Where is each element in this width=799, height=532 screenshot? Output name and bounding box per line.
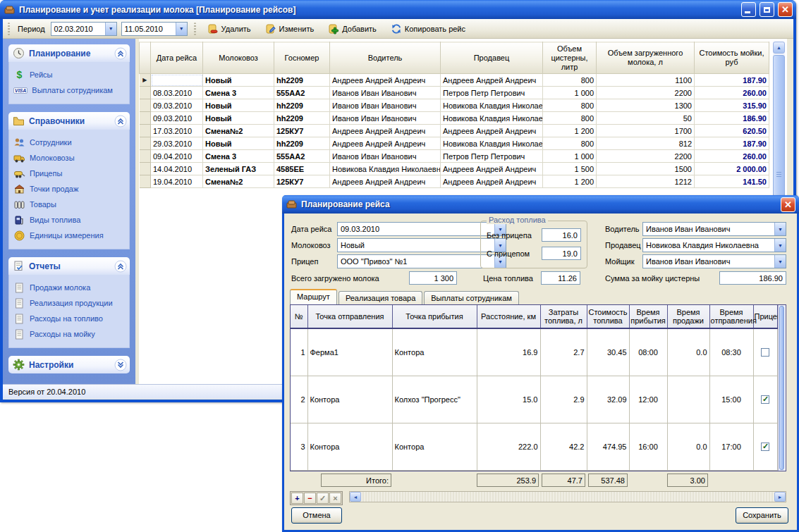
toolbar-grip[interactable] [194, 23, 196, 35]
route-column-header[interactable]: Расстояние, км [477, 305, 540, 328]
dialog-close-button[interactable]: ✕ [781, 197, 795, 212]
route-column-header[interactable]: Точка прибытия [392, 305, 477, 328]
route-row[interactable]: 3 Контора Контора 222.0 42.2 474.95 16:0… [291, 423, 777, 470]
horizontal-scrollbar[interactable]: ◄ ► [349, 491, 786, 502]
table-row[interactable]: 14.04.2010 Зеленый ГАЗ 4585ЕЕ Новикова К… [140, 163, 769, 175]
sidebar-item-units[interactable]: Единицы измерения [13, 228, 126, 243]
table-row[interactable]: 17.03.2010 Смена№2 125КУ7 Андреев Андрей… [140, 125, 769, 137]
with-trailer-input[interactable]: 19.0 [542, 247, 581, 260]
table-row[interactable]: 29.03.2010 Новый hh2209 Андреев Андрей А… [140, 137, 769, 150]
route-scrollbar-thumb[interactable] [779, 306, 784, 470]
loaded-milk-input[interactable]: 1 300 [409, 271, 457, 285]
edit-button[interactable]: Изменить [260, 20, 319, 37]
table-row[interactable]: 09.04.2010 Смена 3 555АА2 Иванов Иван Ив… [140, 150, 769, 163]
delete-button[interactable]: Удалить [202, 20, 256, 37]
column-header[interactable]: Молоковоз [203, 42, 274, 74]
sidebar-item-employees[interactable]: Сотрудники [13, 135, 126, 150]
table-row[interactable]: 09.03.2010 Новый hh2209 Иванов Иван Иван… [140, 99, 769, 112]
chevron-down-icon[interactable]: ▼ [774, 255, 786, 268]
sidebar-item-product-sales-report[interactable]: Реализация продукции [13, 295, 126, 311]
period-to-combo[interactable]: 11.05.2010 ▼ [121, 22, 188, 36]
trailer-checkbox[interactable] [761, 348, 769, 357]
route-column-header[interactable]: Прицеп [753, 305, 777, 328]
sidebar-item-milk-sales-report[interactable]: Продажи молока [13, 280, 126, 295]
sidebar-header-reports[interactable]: Отчеты [8, 257, 130, 275]
no-trailer-input[interactable]: 16.0 [542, 228, 581, 242]
confirm-row-button[interactable]: ✓ [317, 493, 329, 504]
sidebar-header-settings[interactable]: Настройки [8, 356, 130, 373]
fuel-price-input[interactable]: 11.26 [541, 271, 580, 285]
column-header[interactable]: Стоимость мойки, руб [695, 42, 769, 74]
sidebar-header-references[interactable]: Справочники [8, 112, 130, 130]
add-row-button[interactable]: + [291, 493, 303, 504]
chevron-up-icon[interactable] [114, 260, 127, 273]
column-header[interactable]: Объем цистерны, литр [543, 42, 597, 74]
table-row[interactable]: 09.03.2010 Новый hh2209 Иванов Иван Иван… [140, 112, 769, 125]
period-from-combo[interactable]: 02.03.2010 ▼ [51, 22, 117, 36]
scroll-up-icon[interactable]: ▲ [773, 42, 785, 54]
route-column-header[interactable]: Стоимость топлива [587, 305, 629, 328]
chevron-down-icon[interactable]: ▼ [774, 223, 786, 235]
sidebar-item-milk-trucks[interactable]: Молоковозы [13, 150, 126, 166]
dialog-titlebar[interactable]: Планирование рейса ✕ [282, 195, 799, 214]
scroll-left-icon[interactable]: ◄ [350, 492, 361, 502]
sidebar-item-wash-costs-report[interactable]: Расходы на мойку [13, 326, 126, 342]
save-button[interactable]: Сохранить [736, 507, 788, 524]
tab-route[interactable]: Маршрут [290, 289, 337, 304]
route-column-header[interactable]: Время продажи [667, 305, 709, 328]
chevron-down-icon[interactable]: ▼ [176, 23, 187, 35]
table-row[interactable]: 19.04.2010 Смена№2 125КУ7 Андреев Андрей… [140, 175, 769, 188]
wash-sum-input[interactable]: 186.90 [719, 271, 786, 285]
add-button[interactable]: Добавить [323, 20, 382, 37]
trailer-checkbox[interactable] [761, 443, 769, 451]
toolbar-grip[interactable] [8, 23, 10, 35]
column-header[interactable]: Дата рейса [151, 42, 203, 74]
cell-sale-time[interactable]: 3.0 [667, 376, 709, 423]
route-column-header[interactable]: Время прибытия [629, 305, 667, 328]
sidebar-item-employee-payments[interactable]: VISA Выплаты сотрудникам [13, 82, 126, 98]
sidebar-item-trailers[interactable]: Прицепы [13, 166, 126, 181]
route-row[interactable]: 1 Ферма1 Контора 16.9 2.7 30.45 08:00 0.… [291, 328, 777, 376]
cell-sale-time[interactable]: 0.0 [667, 423, 709, 470]
cancel-row-button[interactable]: × [329, 493, 341, 504]
cancel-button[interactable]: Отмена [291, 507, 342, 524]
table-row[interactable]: 04.03.2010 Новый hh2209 Андреев Андрей А… [140, 74, 769, 87]
route-column-header[interactable]: Затраты топлива, л [540, 305, 587, 328]
chevron-down-icon[interactable]: ▼ [774, 239, 786, 252]
maximize-button[interactable] [760, 2, 774, 17]
minimize-button[interactable] [741, 2, 756, 17]
route-column-header[interactable]: Время отправления [709, 305, 753, 328]
route-column-header[interactable]: № [291, 305, 307, 328]
sidebar-header-planning[interactable]: Планирование [8, 44, 130, 62]
column-header[interactable]: Объем загруженного молока, л [597, 42, 695, 74]
route-row[interactable]: 2 Контора Колхоз "Прогресс" 15.0 2.9 32.… [291, 376, 777, 423]
cell-wash-cost: 260.00 [695, 150, 769, 163]
column-header[interactable]: Госномер [274, 42, 330, 74]
close-button[interactable]: ✕ [778, 2, 793, 17]
copy-trip-button[interactable]: Копировать рейс [386, 20, 470, 37]
trailer-checkbox[interactable] [761, 395, 769, 404]
route-column-header[interactable]: Точка отправления [307, 305, 392, 328]
sidebar-item-trips[interactable]: $ Рейсы [13, 67, 126, 82]
column-header[interactable]: Продавец [441, 42, 543, 74]
table-row[interactable]: 08.03.2010 Смена 3 555АА2 Иванов Иван Ив… [140, 87, 769, 99]
chevron-down-icon[interactable] [114, 359, 127, 371]
sidebar-item-fuel-types[interactable]: Виды топлива [13, 212, 126, 228]
driver-combo[interactable]: Иванов Иван Иванович ▼ [642, 222, 786, 236]
main-titlebar[interactable]: Планирование и учет реализации молока [П… [0, 0, 796, 19]
cell-sale-time[interactable]: 0.0 [667, 328, 709, 376]
chevron-up-icon[interactable] [114, 115, 127, 128]
delete-row-button[interactable]: − [304, 493, 316, 504]
route-vertical-scrollbar[interactable] [778, 305, 785, 471]
washer-combo[interactable]: Иванов Иван Иванович ▼ [642, 254, 786, 268]
sidebar-item-fuel-costs-report[interactable]: Расходы на топливо [13, 311, 126, 326]
column-header[interactable]: Водитель [330, 42, 441, 74]
tab-employee-payments[interactable]: Выплаты сотрудникам [424, 291, 519, 304]
tab-goods-sales[interactable]: Реализация товара [338, 291, 422, 304]
sidebar-item-goods[interactable]: Товары [13, 197, 126, 212]
seller-combo[interactable]: Новикова Клавдия Николаевна ▼ [642, 238, 786, 252]
chevron-down-icon[interactable]: ▼ [105, 23, 116, 35]
scroll-right-icon[interactable]: ► [774, 492, 786, 502]
chevron-up-icon[interactable] [114, 47, 127, 60]
sidebar-item-sale-points[interactable]: Точки продаж [13, 181, 126, 197]
